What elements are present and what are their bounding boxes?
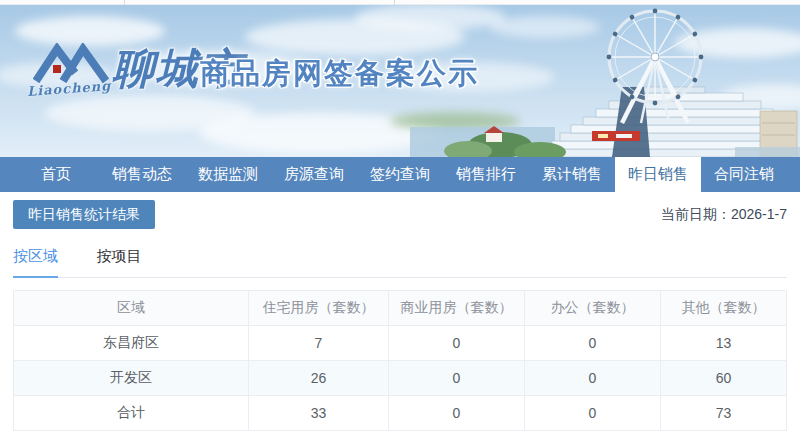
- office-cell: 0: [524, 396, 660, 431]
- other-cell: 73: [660, 396, 786, 431]
- nav-item-yesterday-sales[interactable]: 昨日销售: [615, 157, 701, 192]
- residential-cell: 7: [248, 326, 388, 361]
- commercial-cell: 0: [388, 326, 524, 361]
- table-row-total: 合计 33 0 0 73: [14, 396, 787, 431]
- nav-item-home[interactable]: 首页: [13, 157, 99, 192]
- office-cell: 0: [524, 361, 660, 396]
- yesterday-sales-result-button[interactable]: 昨日销售统计结果: [13, 200, 155, 229]
- site-title: 商品房网签备案公示: [200, 54, 479, 94]
- nav-item-listing-search[interactable]: 房源查询: [271, 157, 357, 192]
- main-nav: 首页 销售动态 数据监测 房源查询 签约查询 销售排行 累计销售 昨日销售 合同…: [0, 157, 800, 192]
- sales-table: 区域 住宅用房（套数） 商业用房（套数） 办公（套数） 其他（套数） 东昌府区 …: [13, 290, 787, 431]
- nav-item-sales-trend[interactable]: 销售动态: [99, 157, 185, 192]
- view-tabs: 按区域 按项目: [13, 247, 787, 278]
- region-cell: 开发区: [14, 361, 249, 396]
- col-header-residential: 住宅用房（套数）: [248, 291, 388, 326]
- office-cell: 0: [524, 326, 660, 361]
- nav-item-sales-ranking[interactable]: 销售排行: [443, 157, 529, 192]
- col-header-other: 其他（套数）: [660, 291, 786, 326]
- col-header-commercial: 商业用房（套数）: [388, 291, 524, 326]
- commercial-cell: 0: [388, 396, 524, 431]
- col-header-office: 办公（套数）: [524, 291, 660, 326]
- nav-item-contract-search[interactable]: 签约查询: [357, 157, 443, 192]
- tab-by-region[interactable]: 按区域: [13, 247, 58, 278]
- commercial-cell: 0: [388, 361, 524, 396]
- current-date: 当前日期：2026-1-7: [661, 206, 787, 224]
- col-header-region: 区域: [14, 291, 249, 326]
- main-content: 昨日销售统计结果 当前日期：2026-1-7 按区域 按项目 区域 住宅用房（套…: [0, 200, 800, 431]
- current-date-value: 2026-1-7: [731, 206, 787, 222]
- current-date-label: 当前日期：: [661, 206, 731, 222]
- other-cell: 60: [660, 361, 786, 396]
- nav-item-contract-cancel[interactable]: 合同注销: [701, 157, 787, 192]
- residential-cell: 26: [248, 361, 388, 396]
- site-banner: Liaocheng 聊城市 商品房网签备案公示: [0, 5, 800, 157]
- table-row: 开发区 26 0 0 60: [14, 361, 787, 396]
- other-cell: 13: [660, 326, 786, 361]
- nav-item-data-monitor[interactable]: 数据监测: [185, 157, 271, 192]
- nav-item-cumulative-sales[interactable]: 累计销售: [529, 157, 615, 192]
- table-row: 东昌府区 7 0 0 13: [14, 326, 787, 361]
- table-header-row: 区域 住宅用房（套数） 商业用房（套数） 办公（套数） 其他（套数）: [14, 291, 787, 326]
- tab-by-project[interactable]: 按项目: [96, 247, 141, 276]
- toolbar: 昨日销售统计结果 当前日期：2026-1-7: [13, 200, 787, 229]
- residential-cell: 33: [248, 396, 388, 431]
- liaocheng-logo-icon: [33, 43, 109, 83]
- region-cell: 合计: [14, 396, 249, 431]
- region-cell: 东昌府区: [14, 326, 249, 361]
